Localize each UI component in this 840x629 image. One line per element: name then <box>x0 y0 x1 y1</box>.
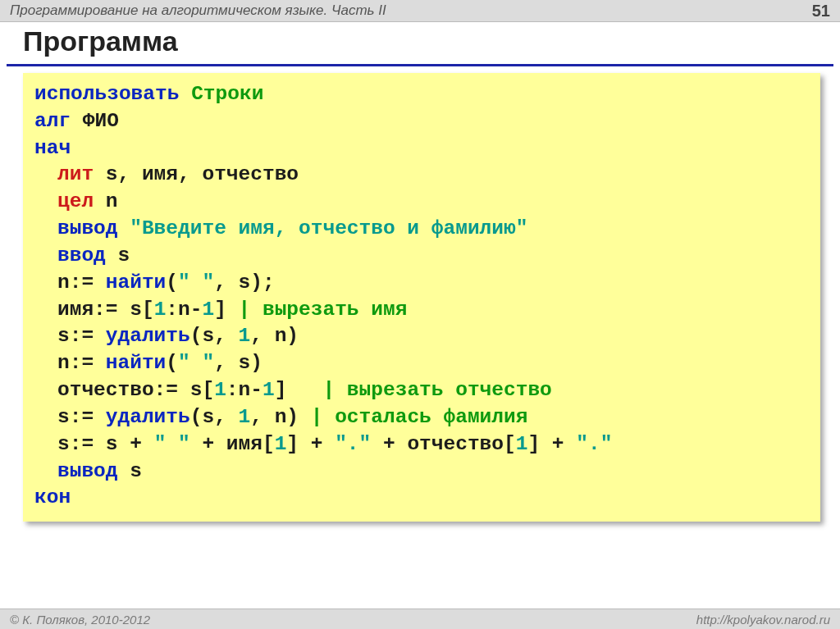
page-number: 51 <box>812 2 830 21</box>
string-literal: "." <box>335 433 371 455</box>
code-line: использовать Строки <box>34 81 809 108</box>
fn-delete: удалить <box>106 406 190 428</box>
concat: ] + <box>527 433 576 455</box>
number: 1 <box>516 433 528 455</box>
code-line: имя:= s[1:n-1] | вырезать имя <box>34 297 809 324</box>
string-literal: "Введите имя, отчество и фамилию" <box>130 217 527 239</box>
var-list: s, имя, отчество <box>106 163 299 185</box>
fn-find: найти <box>106 271 167 294</box>
keyword-output: вывод <box>57 460 130 482</box>
args-end: , n) <box>250 325 299 347</box>
keyword-int: цел <box>57 190 106 212</box>
title-area: Программа <box>0 22 840 62</box>
code-line: отчество:= s[1:n-1] | вырезать отчество <box>34 377 809 404</box>
slide-header: Программирование на алгоритмическом язык… <box>0 0 840 22</box>
assign: s:= <box>57 406 106 428</box>
keyword-output: вывод <box>57 217 130 239</box>
keyword-alg: алг <box>34 110 83 132</box>
code-line: алг ФИО <box>34 108 809 135</box>
string-literal: " " <box>178 352 214 374</box>
var-n: n <box>106 190 118 212</box>
concat: + отчество[ <box>371 433 515 455</box>
string-literal: " " <box>154 433 190 455</box>
number: 1 <box>214 379 226 401</box>
args: , s) <box>214 352 262 374</box>
fn-delete: удалить <box>106 325 190 347</box>
var-s: s <box>130 460 142 482</box>
var-s: s <box>118 244 130 267</box>
slice-mid: :n- <box>166 299 202 321</box>
lib-name: Строки <box>191 83 263 105</box>
assign: n:= <box>57 352 106 374</box>
assign: n:= <box>57 271 106 294</box>
string-literal: " " <box>178 271 214 294</box>
keyword-lit: лит <box>57 163 106 185</box>
number: 1 <box>202 299 214 321</box>
code-line: n:= найти(" ", s); <box>34 270 809 297</box>
number: 1 <box>239 325 251 347</box>
alg-name: ФИО <box>83 110 119 132</box>
concat: + имя[ <box>190 433 275 455</box>
code-line: s:= удалить(s, 1, n) | осталась фамилия <box>34 404 809 431</box>
title-underline <box>7 64 833 66</box>
code-line: нач <box>34 135 809 162</box>
slide-title: Программа <box>23 25 817 57</box>
slice-mid: :n- <box>226 379 262 401</box>
keyword-use: использовать <box>34 83 191 105</box>
code-line: кон <box>34 485 809 512</box>
number: 1 <box>239 406 251 428</box>
slice-end: ] <box>214 299 238 321</box>
args: (s, <box>190 325 239 347</box>
keyword-input: ввод <box>57 244 118 267</box>
number: 1 <box>262 379 275 401</box>
code-block: использовать Строки алг ФИО нач лит s, и… <box>23 73 820 522</box>
source-url: http://kpolyakov.narod.ru <box>696 613 830 627</box>
slice-end: ] <box>275 379 323 401</box>
code-line: цел n <box>34 189 809 216</box>
concat: s:= s + <box>57 433 154 455</box>
code-line: ввод s <box>34 243 809 270</box>
comment: | вырезать имя <box>239 299 408 321</box>
paren: ( <box>166 271 178 294</box>
code-line: вывод "Введите имя, отчество и фамилию" <box>34 216 809 243</box>
code-line: вывод s <box>34 458 809 485</box>
args-end: , n) <box>250 406 311 428</box>
assign: s:= <box>57 325 106 347</box>
code-line: n:= найти(" ", s) <box>34 350 809 377</box>
breadcrumb: Программирование на алгоритмическом язык… <box>10 2 386 19</box>
comment: | осталась фамилия <box>311 406 528 428</box>
slice-pre: имя:= s[ <box>57 299 154 321</box>
string-literal: "." <box>576 433 612 455</box>
fn-find: найти <box>106 352 167 374</box>
code-line: лит s, имя, отчество <box>34 162 809 189</box>
slide-footer: © К. Поляков, 2010-2012 http://kpolyakov… <box>0 608 840 629</box>
args: (s, <box>190 406 239 428</box>
paren: ( <box>166 352 178 374</box>
keyword-begin: нач <box>34 137 71 159</box>
keyword-end: кон <box>34 486 71 508</box>
code-line: s:= удалить(s, 1, n) <box>34 323 809 350</box>
number: 1 <box>275 433 287 455</box>
code-line: s:= s + " " + имя[1] + "." + отчество[1]… <box>34 431 809 458</box>
number: 1 <box>154 299 167 321</box>
slice-pre: отчество:= s[ <box>57 379 214 401</box>
comment: | вырезать отчество <box>322 379 551 401</box>
concat: ] + <box>286 433 335 455</box>
copyright: © К. Поляков, 2010-2012 <box>10 613 150 627</box>
args: , s); <box>214 271 275 294</box>
